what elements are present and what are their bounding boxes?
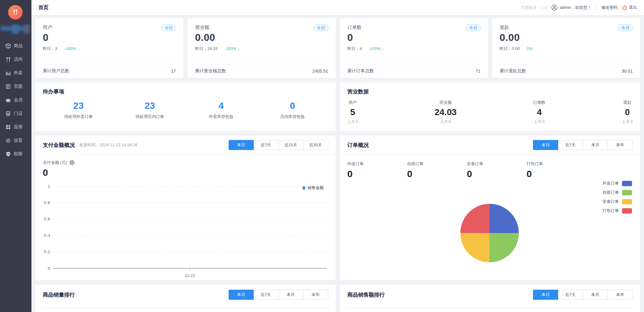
sidebar-item-label: 会员 — [14, 97, 23, 103]
order-stat-dinein: 堂食订单 0 — [467, 161, 527, 179]
x-axis-tick-label: 11-22 — [185, 273, 195, 278]
sidebar-item-apps[interactable]: 应用 — [0, 120, 31, 134]
info-icon[interactable]: i — [69, 160, 75, 165]
page-title: 首页 — [38, 4, 48, 11]
stat-card-orders: 订单数 今日 0 昨日：4-100% ↓ 累计订单总数71 — [340, 18, 488, 78]
sidebar-item-label: 门店 — [14, 111, 23, 116]
stat-cards-row: 用户 今日 0 昨日：3-100% ↓ 累计用户总数17 营业额 今日 0.00… — [35, 18, 640, 78]
sidebar: 商品 店内 外卖 页面 — [0, 0, 31, 312]
todo-panel-title: 待办事项 — [43, 88, 328, 95]
dashboard-content: 用户 今日 0 昨日：3-100% ↓ 累计用户总数17 营业额 今日 0.00… — [31, 15, 644, 312]
cube-icon — [5, 43, 11, 49]
amount-range-tabs: 本日 近7天 本月 本年 — [533, 290, 633, 300]
shield-icon — [5, 151, 11, 157]
summary-row: 待办事项 23 待处理外卖订单 23 待处理店内订单 4 外卖库存告急 — [35, 82, 640, 131]
business-stat-lastmonth: 上月:0 — [347, 119, 358, 125]
yesterday-value: 昨日：0.00 — [500, 46, 520, 51]
tab-today[interactable]: 本日 — [229, 290, 254, 300]
tab-this-month[interactable]: 本月 — [583, 290, 608, 300]
yesterday-value: 昨日：3 — [43, 46, 57, 51]
sidebar-item-permissions[interactable]: 权限 — [0, 147, 31, 161]
yesterday-value: 昨日：24.03 — [195, 46, 218, 51]
todo-item-takeout-pending[interactable]: 23 待处理外卖订单 — [43, 100, 114, 120]
divider — [347, 308, 633, 308]
total-label: 累计订单总数 — [347, 68, 374, 74]
todo-count: 23 — [114, 100, 186, 111]
sidebar-item-settings[interactable]: 设置 — [0, 134, 31, 147]
change-password-link[interactable]: 修改密码 — [601, 5, 618, 10]
tab-this-year[interactable]: 本年 — [608, 290, 633, 300]
tab-this-year[interactable]: 本年 — [608, 140, 633, 150]
tab-last7days[interactable]: 近7天 — [558, 290, 583, 300]
business-stat-lastmonth: 上月:0 — [435, 119, 457, 125]
sidebar-item-stores[interactable]: 门店 — [0, 107, 31, 120]
pie-legend-label: 堂食订单 — [602, 199, 619, 204]
tab-last15days[interactable]: 近15天 — [278, 140, 303, 150]
business-stat-value: 5 — [347, 107, 358, 117]
business-stat-value: 4 — [533, 107, 546, 117]
sidebar-item-goods[interactable]: 商品 — [0, 39, 31, 53]
order-panel-title: 订单概况 — [347, 142, 369, 149]
order-overview-panel: 订单概况 本日 近7天 本月 本年 外送订单 0 — [340, 136, 641, 280]
y-axis-tick: 0 — [40, 266, 50, 271]
rank-panel-title: 商品销售额排行 — [347, 291, 385, 298]
sales-volume-ranking-panel: 商品销量排行 本日 近7天 本月 本年 — [35, 285, 336, 312]
pie-legend-item-takeaway[interactable]: 打包订单 — [602, 208, 632, 214]
sidebar-item-pages[interactable]: 页面 — [0, 80, 31, 93]
todo-panel: 待办事项 23 待处理外卖订单 23 待处理店内订单 4 外卖库存告急 — [35, 82, 336, 131]
sidebar-menu: 商品 店内 外卖 页面 — [0, 39, 31, 161]
topbar-divider: | — [596, 5, 597, 10]
stat-card-title: 用户 — [43, 25, 52, 31]
sidebar-item-members[interactable]: 会员 — [0, 93, 31, 107]
change-percent: -100% ↓ — [225, 46, 240, 51]
business-stat-label: 退款 — [622, 100, 633, 105]
today-badge: 今日 — [161, 25, 176, 31]
avatar-icon — [551, 4, 558, 11]
tab-this-month[interactable]: 本月 — [583, 140, 608, 150]
todo-count: 0 — [257, 100, 328, 111]
order-stat-value: 0 — [407, 169, 467, 179]
order-stat-value: 0 — [347, 169, 407, 179]
tab-last7days[interactable]: 近7天 — [253, 140, 279, 150]
tab-last7days[interactable]: 近7天 — [558, 140, 583, 150]
todo-item-instore-pending[interactable]: 23 待处理店内订单 — [114, 100, 186, 120]
sidebar-item-label: 外卖 — [14, 70, 23, 76]
tab-today[interactable]: 本日 — [229, 140, 254, 150]
pie-legend-item-delivery[interactable]: 外送订单 — [602, 181, 632, 186]
stat-card-value: 0 — [43, 32, 176, 43]
app-logo[interactable] — [8, 5, 23, 20]
stat-card-title: 退款 — [500, 25, 509, 31]
document-icon — [5, 84, 11, 89]
business-stat-label: 用户 — [347, 100, 358, 105]
tab-this-month[interactable]: 本月 — [278, 290, 303, 300]
todo-item-takeout-stock[interactable]: 4 外卖库存告急 — [186, 100, 257, 120]
x-axis-tick-mark — [190, 269, 190, 271]
grid-icon — [5, 124, 11, 130]
todo-item-instore-stock[interactable]: 0 店内库存告急 — [257, 100, 328, 120]
tab-last30days[interactable]: 近30天 — [303, 140, 328, 150]
logout-button[interactable]: 退出 — [622, 5, 637, 10]
line-legend-sales[interactable]: 销售金额 — [303, 185, 324, 191]
business-stat-label: 订单数 — [533, 100, 546, 105]
sidebar-item-takeout[interactable]: 外卖 — [0, 66, 31, 80]
user-menu[interactable]: admin，欢迎您！ — [551, 4, 591, 11]
tab-last7days[interactable]: 近7天 — [253, 290, 279, 300]
sidebar-item-instore[interactable]: 店内 — [0, 53, 31, 66]
order-stat-value: 0 — [527, 169, 586, 179]
todo-label: 外卖库存告急 — [186, 114, 257, 120]
y-axis-tick: 0.6 — [40, 217, 50, 221]
rankings-row: 商品销量排行 本日 近7天 本月 本年 商品销售额排行 — [35, 285, 640, 312]
pie-legend-item-pickup[interactable]: 自提订单 — [602, 190, 632, 195]
tab-today[interactable]: 本日 — [533, 140, 558, 150]
order-stat-label: 堂食订单 — [467, 161, 527, 167]
tab-today[interactable]: 本日 — [533, 290, 558, 300]
sidebar-item-label: 设置 — [14, 138, 23, 143]
sales-amount-ranking-panel: 商品销售额排行 本日 近7天 本月 本年 — [340, 285, 641, 312]
stat-card-value: 0.00 — [500, 32, 633, 43]
business-stat-orders: 订单数 4 上月:0 — [533, 100, 546, 125]
change-percent: 0% — [527, 46, 533, 51]
todo-label: 待处理店内订单 — [114, 114, 186, 120]
pie-legend-item-dinein[interactable]: 堂食订单 — [602, 199, 632, 204]
tab-this-year[interactable]: 本年 — [303, 290, 328, 300]
pie-legend: 外送订单 自提订单 堂食订单 — [602, 181, 632, 217]
